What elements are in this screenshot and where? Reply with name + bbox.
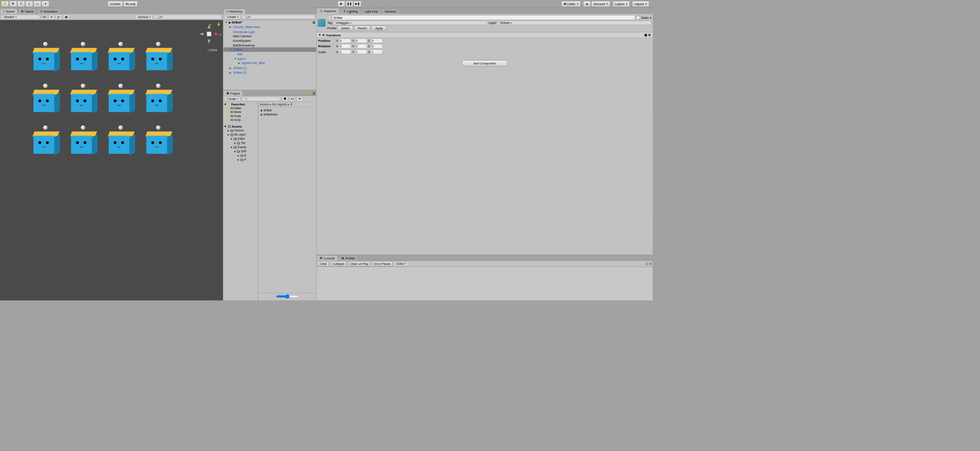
scl-x[interactable] <box>339 50 351 54</box>
account-dropdown[interactable]: Account <box>591 1 611 7</box>
hierarchy-item[interactable]: ▶ 3DBall (1) <box>223 66 316 70</box>
editor-dropdown[interactable]: Editor <box>394 261 409 266</box>
project-file[interactable]: ◈ 3DBall <box>259 108 315 112</box>
tab-services[interactable]: Services <box>382 9 400 13</box>
hierarchy-create[interactable]: Create <box>224 15 241 19</box>
hand-tool[interactable]: ✋ <box>1 1 9 7</box>
hierarchy-item[interactable]: ▼ Agent <box>223 56 316 61</box>
static-dropdown-icon[interactable]: ▾ <box>650 16 652 20</box>
move-tool[interactable]: ✥ <box>9 1 17 7</box>
pause-button[interactable]: ❚❚ <box>346 1 354 7</box>
gear-icon[interactable]: ⚙ <box>648 33 651 37</box>
local-button[interactable]: ◈ Local <box>123 1 138 7</box>
favorite-item[interactable]: Q All Scrip <box>223 118 258 122</box>
prefab-apply[interactable]: Apply <box>372 26 387 31</box>
clear-button[interactable]: Clear <box>318 261 329 266</box>
play-button[interactable]: ▶ <box>338 1 346 7</box>
prefab-revert[interactable]: Revert <box>354 26 370 31</box>
tab-light-explorer[interactable]: Light Expl <box>362 9 381 13</box>
tree-folder[interactable]: ▸Tes <box>223 141 258 145</box>
tree-folder[interactable]: ▸3DE <box>223 149 258 154</box>
rot-x[interactable] <box>339 44 351 49</box>
back-button[interactable]: ◁ Back <box>207 48 218 52</box>
tree-folder[interactable]: ▸Examp <box>223 145 258 149</box>
layout-dropdown[interactable]: Layout <box>632 1 649 7</box>
lock-icon[interactable]: 🔒 <box>305 92 311 96</box>
hierarchy-item[interactable]: Directional Light <box>223 30 316 34</box>
tree-folder[interactable]: ▸ML-Agen <box>223 133 258 137</box>
shading-mode[interactable]: Shaded <box>1 15 40 19</box>
step-button[interactable]: ▶❚ <box>354 1 362 7</box>
tree-folder[interactable]: ▸B <box>223 154 258 158</box>
tag-dropdown[interactable]: Untagged <box>333 20 487 25</box>
orientation-gizmo[interactable]: y x <box>198 23 220 45</box>
scale-tool[interactable]: ⤢ <box>26 1 33 7</box>
scene-root[interactable]: ▼ ◈ 3DBall*☰ <box>223 20 316 25</box>
project-create[interactable]: Create <box>224 97 241 101</box>
transform-component[interactable]: ▼ ⬌ Transform▦ ⚙ <box>317 32 653 38</box>
fx-toggle[interactable]: ▦ <box>63 14 69 19</box>
rotate-tool[interactable]: ↻ <box>17 1 25 7</box>
add-component-button[interactable]: Add Component <box>462 60 507 67</box>
tab-game[interactable]: ◐ Game <box>18 9 36 14</box>
hierarchy-item[interactable]: Ball3DAcademy <box>223 43 316 48</box>
tab-hierarchy[interactable]: ≡ Hierarchy <box>223 9 245 13</box>
help-icon[interactable]: ▦ <box>644 33 647 37</box>
layer-dropdown[interactable]: Default <box>498 20 652 25</box>
scl-z[interactable] <box>371 50 383 54</box>
project-breadcrumb[interactable]: Assets ▸ ML-Agents ▸ E <box>258 102 316 107</box>
scene-search[interactable]: 🔍All <box>154 15 222 19</box>
lighting-toggle[interactable]: ☀ <box>49 14 55 19</box>
transform-tool[interactable]: ✦ <box>41 1 49 7</box>
rot-z[interactable] <box>371 44 383 49</box>
layers-dropdown[interactable]: Layers <box>613 1 630 7</box>
tree-folder[interactable]: ▸Editor <box>223 137 258 141</box>
project-search[interactable]: 🔍 <box>242 97 281 101</box>
gizmos-dropdown[interactable]: Gizmos <box>135 15 153 19</box>
hierarchy-item[interactable]: ▶ 3DBall (2) <box>223 70 316 75</box>
pos-y[interactable] <box>355 38 367 43</box>
prefab-select[interactable]: Select <box>337 26 353 31</box>
tree-folder[interactable]: ▸Gizmos <box>223 128 258 133</box>
tab-profiler[interactable]: ◉ Profiler <box>339 256 358 261</box>
tree-folder[interactable]: ▸P <box>223 158 258 162</box>
favorite-item[interactable]: Q All Mode <box>223 110 258 114</box>
tab-project[interactable]: ▣ Project <box>223 90 243 95</box>
hierarchy-search[interactable]: 🔍All <box>242 15 315 19</box>
hierarchy-item[interactable]: Main Camera <box>223 34 316 38</box>
tab-animation[interactable]: ◷ Animation <box>37 9 61 14</box>
audio-toggle[interactable]: 🔊 <box>56 14 62 19</box>
clearplay-button[interactable]: Clear on Play <box>348 261 370 266</box>
project-file[interactable]: ◈ 3DBallHard <box>259 112 315 116</box>
hierarchy-item[interactable]: Ball <box>223 52 316 56</box>
scene-viewport[interactable]: // placeholder, cubes built below via st… <box>0 20 223 300</box>
pos-x[interactable] <box>339 38 351 43</box>
search-scope-icon[interactable]: ⬢ <box>282 96 288 101</box>
favorite-item[interactable]: Q All Mater <box>223 106 258 110</box>
2d-toggle[interactable]: 2D <box>41 14 48 19</box>
center-button[interactable]: ▪ Center <box>108 1 123 7</box>
collab-dropdown[interactable]: ◉ Collab <box>561 1 581 7</box>
thumbnail-size-slider[interactable] <box>276 294 298 299</box>
tab-inspector[interactable]: ⓘ Inspector <box>317 8 340 13</box>
errorpause-button[interactable]: Error Pause <box>372 261 392 266</box>
collapse-button[interactable]: Collapse <box>331 261 346 266</box>
rect-tool[interactable]: ▭ <box>33 1 41 7</box>
tab-scene[interactable]: ⌗ Scene <box>0 9 18 14</box>
static-checkbox[interactable] <box>636 16 640 20</box>
assets-folder[interactable]: ▼Assets <box>223 125 258 128</box>
pos-z[interactable] <box>371 38 383 43</box>
star-icon[interactable]: ★ <box>297 96 303 101</box>
info-icon[interactable]: ⓘ <box>646 261 649 266</box>
menu-icon[interactable]: ☰ <box>311 92 316 96</box>
active-checkbox[interactable]: ✓ <box>327 16 331 20</box>
hierarchy-item[interactable]: ▼ 3DBall <box>223 47 316 52</box>
favorites-folder[interactable]: ▼★Favorites <box>223 102 258 106</box>
favorite-item[interactable]: Q All Prefa <box>223 114 258 118</box>
rot-y[interactable] <box>355 44 367 49</box>
scl-y[interactable] <box>355 50 367 54</box>
name-field[interactable] <box>332 15 635 20</box>
hierarchy-item[interactable]: ▶ AgentCube_Blue <box>223 61 316 65</box>
tab-lighting[interactable]: ☀ Lighting <box>340 9 361 14</box>
cloud-button[interactable]: ☁ <box>583 1 591 7</box>
